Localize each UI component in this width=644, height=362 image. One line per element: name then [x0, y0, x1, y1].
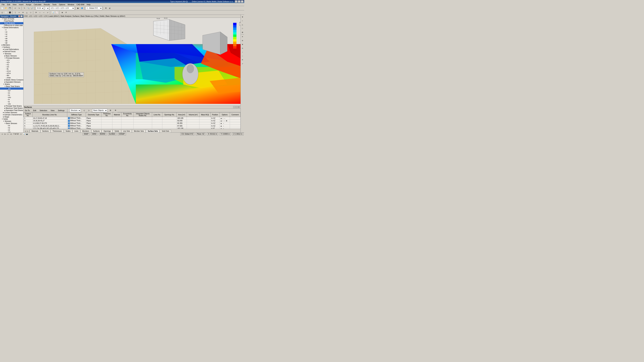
menu-window[interactable]: Window — [66, 3, 75, 6]
nav-sigma1minus[interactable]: ○ σ1- — [0, 63, 23, 66]
print-button[interactable]: 🖨 — [108, 6, 112, 10]
tb2-btn-10[interactable]: ↕ — [38, 11, 42, 14]
right-tb-btn-2[interactable]: ○ — [241, 19, 244, 23]
redo-button[interactable]: ↪ — [17, 6, 21, 10]
nav-thetac[interactable]: ○ θc — [0, 68, 23, 70]
navigator-close-button[interactable]: × — [21, 15, 23, 17]
table-row[interactable]: 3 19-26,36-45,27 Without Thick... Plane — [24, 119, 240, 122]
tab-surfaces[interactable]: Surfaces — [91, 130, 102, 132]
tb2-btn-6[interactable]: ✕ — [21, 11, 25, 14]
nav-ey-plus[interactable]: ○ εy+ — [0, 90, 23, 92]
tb2-btn-7[interactable]: △ — [25, 11, 29, 14]
nav-phiy[interactable]: ○ φy — [0, 39, 23, 42]
right-tb-btn-8[interactable]: ⊗ — [241, 42, 244, 46]
nav-ey-minus[interactable]: ○ εy- — [0, 94, 23, 96]
nav-global-deformations[interactable]: ▼ Global Deformations — [0, 26, 23, 29]
snap-button[interactable]: ⊕ — [60, 11, 64, 14]
surfaces-menu-selection[interactable]: Selection — [38, 109, 48, 112]
menu-assign[interactable]: Assign — [25, 3, 32, 6]
menu-view[interactable]: View — [12, 3, 18, 6]
surfaces-panel-close[interactable]: × — [238, 106, 240, 108]
tab-nodes[interactable]: Nodes — [64, 130, 72, 132]
tab-thicknesses[interactable]: Thicknesses — [51, 130, 64, 132]
snap-status-button[interactable]: SNAP — [83, 133, 90, 135]
status-model-icon[interactable]: ◻ — [20, 133, 22, 135]
right-tb-btn-13[interactable]: ⤢ — [241, 62, 244, 65]
nav-stresses-surf[interactable]: ▼ Stresses — [0, 53, 23, 55]
tab-scroll-right[interactable]: ▷ — [26, 130, 29, 132]
nav-shape[interactable]: ▶ Shape — [0, 116, 23, 118]
nav-elastic-stress-comp[interactable]: ▶ Elastic Stress Components — [0, 79, 23, 81]
surfaces-filter-btn[interactable]: ⚙ — [109, 109, 112, 112]
nav-tau-xy[interactable]: ○ τxy — [0, 131, 23, 132]
nav-sigma2minus[interactable]: ○ σ2- — [0, 66, 23, 68]
surfaces-menu-edit[interactable]: Edit — [32, 109, 37, 112]
tab-materials[interactable]: Materials — [30, 130, 40, 132]
undo-button[interactable]: ↩ — [14, 6, 17, 10]
right-tb-btn-10[interactable]: ↕ — [241, 50, 244, 54]
surfaces-panel-minimize[interactable]: − — [233, 106, 235, 108]
right-tb-btn-1[interactable]: ⊕ — [241, 15, 244, 19]
tab-surface-sets[interactable]: Surface Sets — [146, 130, 160, 132]
table-row[interactable]: 7 273,274,388,403-397,470-459,275 Withou… — [24, 127, 240, 129]
tb2-btn-3[interactable]: ⬛ — [8, 11, 12, 14]
nav-equiv-total-strains[interactable]: ▶ Equivalent Total Strains — [0, 109, 23, 111]
tb2-btn-13[interactable]: 📊 — [51, 11, 55, 14]
nav-surfaces[interactable]: ▼ Surfaces — [0, 46, 23, 48]
nav-basic-stresses-solids[interactable]: ▼ Basic Stresses — [0, 122, 23, 124]
tb2-btn-8[interactable]: □ — [29, 11, 32, 14]
tb2-btn-2[interactable]: ⬜ — [4, 11, 8, 14]
nav-solids[interactable]: ▼ Solids — [0, 118, 23, 120]
nav-u[interactable]: ○ u — [0, 29, 23, 31]
right-tb-btn-4[interactable]: □ — [241, 27, 244, 30]
menu-file[interactable]: File — [1, 3, 6, 6]
menu-cad-bim[interactable]: CAD-BIM — [76, 3, 85, 6]
nav-gamma-xy-minus[interactable]: ○ γxy- — [0, 96, 23, 98]
nav-sigma2m[interactable]: ○ σ2,m — [0, 72, 23, 74]
nav-differences[interactable]: ○ Differences to initial state — [0, 24, 23, 26]
tab-solids[interactable]: Solids — [113, 130, 121, 132]
nav-ey[interactable]: ○ εy — [0, 100, 23, 103]
nav-thetam[interactable]: ○ θm — [0, 74, 23, 77]
tab-member-sets[interactable]: Member Sets — [132, 130, 146, 132]
right-tb-btn-11[interactable]: ↔ — [241, 54, 244, 58]
close-button[interactable]: ✕ — [241, 0, 244, 3]
grid-button[interactable]: # — [64, 11, 68, 14]
nav-sigma1m[interactable]: ○ σ1,m — [0, 70, 23, 72]
tab-members[interactable]: Members — [80, 130, 91, 132]
select-button[interactable]: ↖ — [23, 6, 26, 10]
nav-basic-stresses-surf[interactable]: ▶ Basic Stresses — [0, 55, 23, 57]
zoom-out-button[interactable]: 🔎 — [30, 6, 34, 10]
tb2-btn-11[interactable]: ↔ — [42, 11, 46, 14]
menu-options[interactable]: Options — [58, 3, 66, 6]
surfaces-tb-left[interactable]: ◁ — [82, 109, 86, 112]
nav-principal-total-strains[interactable]: ▶ Principal Total Strains — [0, 105, 23, 107]
osnap-status-button[interactable]: OSNAP — [118, 133, 126, 135]
save-button[interactable]: 💾 — [8, 6, 12, 10]
nav-sigma-x[interactable]: ○ σx — [0, 124, 23, 127]
tb2-btn-5[interactable]: + — [17, 11, 21, 14]
minimize-button[interactable]: − — [235, 0, 238, 3]
nav-basic-total-strains[interactable]: ▼ Basic Total Strains — [0, 85, 23, 87]
right-tb-btn-5[interactable]: ⊞ — [241, 30, 244, 34]
nav-ux[interactable]: ○ ux — [0, 31, 23, 33]
zoom-in-button[interactable]: 🔍 — [26, 6, 30, 10]
menu-calculate[interactable]: Calculate — [33, 3, 42, 6]
tab-solid-sets[interactable]: Solid Sets — [160, 130, 171, 132]
viewport-3d[interactable]: 75.00 80.00 Surfaces | max σy: 0.06 | mi… — [24, 18, 240, 106]
surfaces-structure-combo[interactable]: Structure — [70, 109, 81, 112]
menu-help[interactable]: Help — [86, 3, 92, 6]
glines-status-button[interactable]: GLINES — [108, 133, 116, 135]
surfaces-view-btn[interactable]: 👁 — [114, 109, 118, 112]
status-next[interactable]: ▷ — [7, 133, 10, 135]
nav-internal-forces[interactable]: ▶ Internal Forces — [0, 50, 23, 53]
nav-strains[interactable]: ▼ Strains — [0, 83, 23, 85]
surfaces-tb-right[interactable]: ▷ — [87, 109, 91, 112]
table-row[interactable]: 5 1,2,4,271,70-65,28-31,66,69,262,2... W… — [24, 125, 240, 127]
nav-gamma-xy[interactable]: ○ γxy — [0, 103, 23, 105]
tab-line-sets[interactable]: Line Sets — [121, 130, 132, 132]
tb2-btn-9[interactable]: ⟳ — [34, 11, 38, 14]
tb2-btn-12[interactable]: ⤢ — [46, 11, 50, 14]
nav-max-total-strains[interactable]: ▶ Maximum Total Strains — [0, 107, 23, 109]
nav-uy[interactable]: ○ uy — [0, 33, 23, 35]
